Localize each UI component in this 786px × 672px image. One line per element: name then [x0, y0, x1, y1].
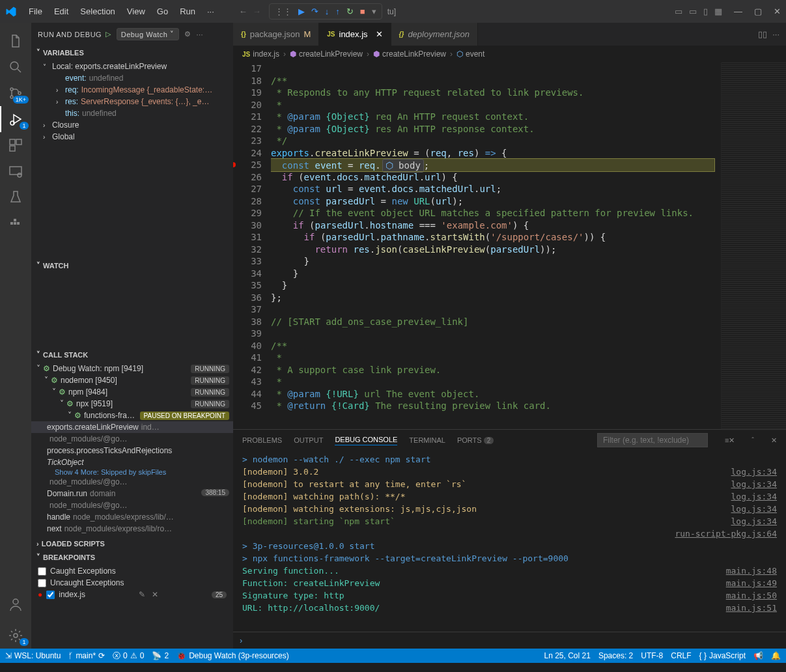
breakpoint-caught[interactable]: Caught Exceptions — [31, 565, 233, 577]
checkbox-caught[interactable] — [38, 567, 46, 576]
clear-console-icon[interactable]: ≡✕ — [725, 436, 735, 445]
variable-row[interactable]: ›req: IncomingMessage {_readableState:… — [31, 84, 233, 96]
debug-step-into-icon[interactable]: ↓ — [325, 7, 330, 16]
window-maximize-icon[interactable]: ▢ — [754, 7, 762, 16]
console-input[interactable]: › — [233, 632, 786, 649]
menu-more[interactable]: ··· — [202, 4, 219, 19]
variable-scope-local[interactable]: ˅Local: exports.createLinkPreview — [31, 61, 233, 72]
edit-icon[interactable]: ✎ — [139, 590, 145, 599]
editor-tab[interactable]: {}deployment.json — [391, 23, 478, 46]
debug-step-over-icon[interactable]: ↷ — [311, 7, 318, 16]
status-spaces[interactable]: Spaces: 2 — [598, 651, 633, 660]
nav-forward-icon[interactable]: → — [253, 7, 261, 16]
status-lang[interactable]: { }JavaScript — [699, 651, 746, 660]
callstack-thread[interactable]: ˅⚙ Debug Watch: npm [9419]RUNNING — [31, 363, 233, 374]
activity-testing-icon[interactable] — [0, 184, 31, 210]
status-line-col[interactable]: Ln 25, Col 21 — [544, 651, 591, 660]
status-ports[interactable]: 📡2 — [152, 651, 169, 660]
callstack-thread[interactable]: ˅⚙ nodemon [9450]RUNNING — [31, 374, 233, 386]
status-bell-icon[interactable]: 🔔 — [771, 651, 781, 660]
split-editor-icon[interactable]: ▯▯ — [758, 29, 767, 39]
status-remote[interactable]: ⇲WSL: Ubuntu — [5, 651, 61, 660]
status-eol[interactable]: CRLF — [671, 651, 691, 660]
variable-scope-closure[interactable]: ›Closure — [31, 119, 233, 131]
stackframe[interactable]: TickObject — [31, 456, 233, 468]
chevron-up-icon[interactable]: ˆ — [751, 436, 754, 444]
menu-selection[interactable]: Selection — [75, 4, 120, 19]
window-close-icon[interactable]: ✕ — [774, 7, 781, 16]
status-branch[interactable]: ᚶmain*⟳ — [68, 651, 105, 660]
section-loaded[interactable]: ›LOADED SCRIPTS — [31, 537, 233, 550]
breakpoint-file[interactable]: ● index.js ✎ ✕ 25 — [31, 589, 233, 600]
checkbox-uncaught[interactable] — [38, 579, 46, 587]
variable-scope-global[interactable]: ›Global — [31, 131, 233, 143]
panel-tab-terminal[interactable]: TERMINAL — [409, 436, 445, 444]
callstack-thread[interactable]: ˅⚙ npx [9519]RUNNING — [31, 398, 233, 410]
status-feedback-icon[interactable]: 📢 — [753, 651, 763, 660]
variable-row[interactable]: ›res: ServerResponse {_events: {…}, _e… — [31, 96, 233, 107]
editor-tab[interactable]: JSindex.js✕ — [319, 23, 391, 46]
status-problems[interactable]: ⓧ0⚠0 — [113, 651, 144, 662]
panel-tab-problems[interactable]: PROBLEMS — [242, 436, 282, 444]
close-icon[interactable]: ✕ — [152, 590, 158, 599]
editor-tab[interactable]: {}package.jsonM — [233, 23, 319, 46]
section-breakpoints[interactable]: ˅BREAKPOINTS — [31, 550, 233, 564]
menu-view[interactable]: View — [122, 4, 150, 19]
stackframe[interactable]: process.processTicksAndRejections — [31, 445, 233, 456]
breakpoint-uncaught[interactable]: Uncaught Exceptions — [31, 577, 233, 589]
more-icon[interactable]: ··· — [196, 31, 203, 38]
activity-account-icon[interactable] — [0, 591, 31, 617]
activity-extensions-icon[interactable] — [0, 132, 31, 158]
stackframe[interactable]: exports.createLinkPreviewind… — [31, 421, 233, 433]
gear-icon[interactable]: ⚙ — [184, 30, 191, 38]
stackframe[interactable]: node_modules/@go… — [31, 476, 233, 488]
variable-row[interactable]: this: undefined — [31, 107, 233, 119]
console-filter-input[interactable] — [597, 433, 708, 447]
nav-back-icon[interactable]: ← — [239, 7, 247, 16]
activity-search-icon[interactable] — [0, 54, 31, 80]
status-debug[interactable]: 🐞Debug Watch (3p-resources) — [176, 651, 289, 660]
menu-run[interactable]: Run — [175, 4, 201, 19]
callstack-thread[interactable]: ˅⚙ npm [9484]RUNNING — [31, 386, 233, 398]
layout-primary-icon[interactable]: ▭ — [675, 7, 682, 16]
stackframe[interactable]: nextnode_modules/express/lib/ro… — [31, 523, 233, 535]
launch-config-select[interactable]: Debug Watch ˅ — [117, 28, 179, 40]
debug-dropdown-icon[interactable]: ▾ — [372, 7, 376, 16]
layout-panel-icon[interactable]: ▭ — [689, 7, 697, 16]
debug-stop-icon[interactable]: ■ — [360, 7, 365, 16]
panel-tab-ports[interactable]: PORTS 2 — [457, 436, 494, 444]
menu-edit[interactable]: Edit — [49, 4, 74, 19]
layout-sidebar-icon[interactable]: ▯ — [703, 7, 708, 16]
debug-restart-icon[interactable]: ↻ — [346, 7, 354, 16]
stackframe[interactable]: node_modules/@go… — [31, 433, 233, 445]
minimap[interactable] — [721, 63, 786, 429]
section-variables[interactable]: ˅VARIABLES — [31, 46, 233, 59]
status-encoding[interactable]: UTF-8 — [641, 651, 663, 660]
more-actions-icon[interactable]: ··· — [772, 29, 779, 39]
debug-console-output[interactable]: > nodemon --watch ./ --exec npm start[no… — [233, 451, 786, 632]
debug-drag-icon[interactable]: ⋮⋮ — [275, 7, 292, 16]
layout-customize-icon[interactable]: ▦ — [714, 7, 722, 16]
section-callstack[interactable]: ˅CALL STACK — [31, 348, 233, 361]
stackframe[interactable]: node_modules/@go… — [31, 499, 233, 511]
callstack-thread[interactable]: ˅⚙ functions-fra…PAUSED ON BREAKPOINT — [31, 410, 233, 421]
panel-tab-output[interactable]: OUTPUT — [294, 436, 323, 444]
breadcrumb[interactable]: JS index.js › ⬢ createLinkPreview › ⬢ cr… — [233, 46, 786, 63]
activity-scm-icon[interactable]: 1K+ — [0, 80, 31, 106]
variable-row[interactable]: event: undefined — [31, 72, 233, 84]
checkbox-indexjs[interactable] — [46, 591, 55, 599]
debug-continue-icon[interactable]: ▶ — [298, 7, 305, 16]
panel-close-icon[interactable]: ✕ — [771, 436, 777, 445]
window-minimize-icon[interactable]: — — [734, 7, 742, 16]
code-editor[interactable]: /** * Responds to any HTTP request relat… — [271, 63, 721, 429]
tab-close-icon[interactable]: ✕ — [376, 29, 383, 39]
activity-debug-icon[interactable]: 1 — [0, 106, 31, 132]
activity-explorer-icon[interactable] — [0, 28, 31, 54]
stackframe[interactable]: Domain.rundomain388:15 — [31, 488, 233, 499]
debug-step-out-icon[interactable]: ↑ — [335, 7, 340, 16]
start-debug-icon[interactable]: ▷ — [105, 30, 111, 38]
activity-docker-icon[interactable] — [0, 210, 31, 236]
skip-files-link[interactable]: Show 4 More: Skipped by skipFiles — [31, 468, 233, 476]
section-watch[interactable]: ˅WATCH — [31, 259, 233, 272]
panel-tab-debug-console[interactable]: DEBUG CONSOLE — [335, 436, 397, 445]
